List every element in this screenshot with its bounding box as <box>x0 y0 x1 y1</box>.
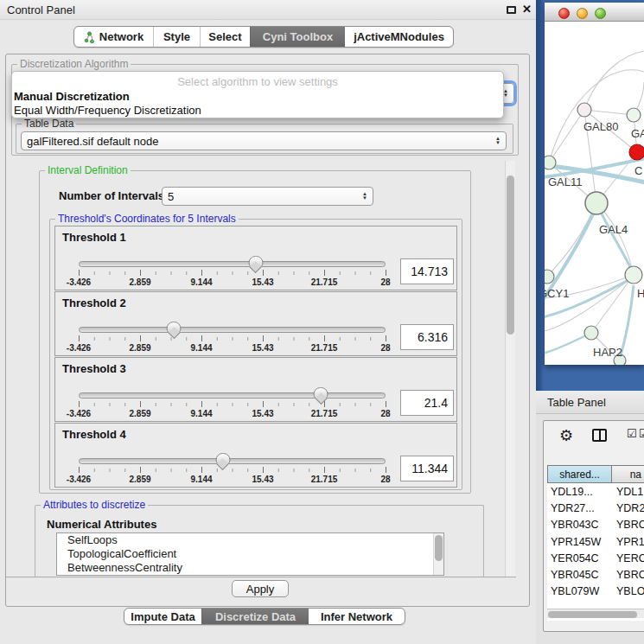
close-icon[interactable]: ✕ <box>522 3 532 16</box>
columns-icon[interactable] <box>592 429 607 442</box>
gear-icon[interactable]: ⚙ <box>559 426 573 445</box>
slider-knob[interactable] <box>167 322 182 335</box>
name-cell[interactable]: YERO <box>613 552 644 564</box>
table-hscrollbar[interactable] <box>547 609 644 618</box>
float-icon[interactable] <box>507 6 516 14</box>
control-panel: Control Panel ✕ Network Style Select Cyn… <box>0 0 536 644</box>
algorithm-popup: Select algorithm to view settings Manual… <box>11 71 504 118</box>
network-window-titlebar[interactable] <box>545 3 644 22</box>
threshold-slider[interactable]: -3.4262.8599.14415.4321.71528 <box>79 392 386 422</box>
apply-button[interactable]: Apply <box>232 580 289 597</box>
table-row[interactable]: YBL079WYBLO <box>547 583 644 600</box>
name-cell[interactable]: YDL1 <box>613 486 643 498</box>
name-cell[interactable]: YBLO <box>613 585 644 597</box>
panel-scrollbar-thumb[interactable] <box>507 175 514 335</box>
threshold-label: Threshold 4 <box>62 428 126 441</box>
tab-jactivemnodules[interactable]: jActiveMNodules <box>345 27 453 47</box>
checkbox-checked-icon[interactable]: ☑ <box>639 427 644 440</box>
shared-name-cell[interactable]: YBL079W <box>547 585 613 597</box>
threshold-slider[interactable]: -3.4262.8599.14415.4321.71528 <box>79 327 386 356</box>
attribute-list-item[interactable]: TopologicalCoefficient <box>57 547 443 561</box>
tab-style[interactable]: Style <box>153 27 200 47</box>
node-label: GA <box>631 127 644 140</box>
tab-impute-data[interactable]: Impute Data <box>124 609 201 624</box>
list-scrollbar-thumb[interactable] <box>435 535 443 561</box>
table-rows: YDL19...YDL1YDR27...YDR2YBR043CYBROYPR14… <box>547 483 644 603</box>
table-row[interactable]: YBR043CYBRO <box>547 517 644 533</box>
name-cell[interactable]: YDR2 <box>613 502 644 514</box>
column-header-name[interactable]: na <box>612 465 644 483</box>
shared-name-cell[interactable]: YDL19... <box>547 486 613 498</box>
attribute-list-item[interactable]: SelfLoops <box>57 533 443 547</box>
table-hscrollbar-thumb[interactable] <box>548 611 637 618</box>
shared-name-cell[interactable]: YBR045C <box>547 569 613 581</box>
tab-cyni-toolbox-label: Cyni Toolbox <box>263 30 333 43</box>
network-node[interactable] <box>629 144 644 160</box>
slider-knob[interactable] <box>248 256 263 269</box>
network-node[interactable] <box>625 266 642 284</box>
shared-name-cell[interactable]: YPR145W <box>547 536 613 548</box>
popup-option-manual-discretization[interactable]: Manual Discretization <box>14 90 130 103</box>
numerical-attributes-list[interactable]: SelfLoopsTopologicalCoefficientBetweenne… <box>56 532 444 576</box>
close-traffic-light-icon[interactable] <box>558 8 570 19</box>
name-cell[interactable]: YBRO <box>613 519 644 531</box>
network-node[interactable] <box>577 103 591 117</box>
shared-name-cell[interactable]: YDR27... <box>547 502 613 514</box>
slider-knob[interactable] <box>314 387 328 400</box>
table-row[interactable]: YLR345WYLR3 <box>547 600 644 603</box>
major-tick <box>140 401 141 407</box>
zoom-traffic-light-icon[interactable] <box>595 8 606 19</box>
threshold-slider[interactable]: -3.4262.8599.14415.4321.71528 <box>79 458 386 488</box>
shared-name-cell[interactable]: YBR043C <box>547 519 613 531</box>
network-node[interactable] <box>585 192 608 214</box>
threshold-panel: Threshold 3 -3.4262.8599.14415.4321.7152… <box>54 357 457 422</box>
slider-knob[interactable] <box>215 453 230 466</box>
minimize-traffic-light-icon[interactable] <box>577 8 588 19</box>
slider-minor-ticks <box>79 271 386 275</box>
column-header-shared-name[interactable]: shared... <box>547 465 612 483</box>
table-row[interactable]: YER054CYERO <box>547 550 644 566</box>
thresholds-group-label: Threshold's Coordinates for 5 Intervals <box>55 213 239 225</box>
threshold-panel: Threshold 1 -3.4262.8599.14415.4321.7152… <box>54 226 457 290</box>
network-node[interactable] <box>545 156 556 169</box>
table-row[interactable]: YBR045CYBRO <box>547 566 644 583</box>
tick-label: 21.715 <box>311 409 338 418</box>
slider-track[interactable] <box>79 458 386 464</box>
slider-track[interactable] <box>79 261 386 267</box>
threshold-value-field[interactable]: 21.4 <box>400 390 454 416</box>
major-tick <box>386 401 386 407</box>
threshold-value-field[interactable]: 6.316 <box>400 324 454 350</box>
slider-track[interactable] <box>79 327 386 333</box>
tab-infer-network[interactable]: Infer Network <box>309 609 405 624</box>
shared-name-cell[interactable]: YER054C <box>547 552 613 564</box>
network-canvas[interactable]: GAL80GACGAL11GAL4GCY1HHAP2 <box>545 22 644 365</box>
tab-cyni-toolbox[interactable]: Cyni Toolbox <box>250 27 345 47</box>
tab-discretize-data[interactable]: Discretize Data <box>201 609 309 624</box>
number-of-intervals-combo[interactable]: 5 ▲▼ <box>162 187 373 206</box>
list-scrollbar[interactable] <box>433 533 443 575</box>
slider-track[interactable] <box>79 392 386 399</box>
table-data-combo[interactable]: galFiltered.sif default node ▲▼ <box>21 131 507 150</box>
tick-label: 9.144 <box>190 409 212 418</box>
network-node[interactable] <box>545 270 554 284</box>
threshold-slider[interactable]: -3.4262.8599.14415.4321.71528 <box>79 261 386 290</box>
table-row[interactable]: YDR27...YDR2 <box>547 500 644 516</box>
name-cell[interactable]: YBRO <box>613 569 644 581</box>
popup-option-equal-width-frequency[interactable]: Equal Width/Frequency Discretization <box>14 104 201 117</box>
table-row[interactable]: YDL19...YDL1 <box>547 483 644 500</box>
checkbox-checked-icon[interactable]: ☑ <box>627 427 637 440</box>
threshold-value-field[interactable]: 14.713 <box>400 258 454 284</box>
panel-scrollbar[interactable] <box>505 161 515 577</box>
network-node[interactable] <box>627 108 641 122</box>
tab-network[interactable]: Network <box>74 27 153 47</box>
tab-select[interactable]: Select <box>200 27 250 47</box>
threshold-value-field[interactable]: 11.344 <box>400 456 454 481</box>
name-cell[interactable]: YPR1 <box>613 536 644 548</box>
network-window[interactable]: GAL80GACGAL11GAL4GCY1HHAP2 <box>545 3 644 365</box>
network-node[interactable] <box>584 326 598 340</box>
threshold-label: Threshold 3 <box>62 362 126 375</box>
attribute-list-item[interactable]: BetweennessCentrality <box>57 561 443 575</box>
table-row[interactable]: YPR145WYPR1 <box>547 533 644 550</box>
threshold-label: Threshold 2 <box>62 296 126 309</box>
major-tick <box>201 335 202 341</box>
